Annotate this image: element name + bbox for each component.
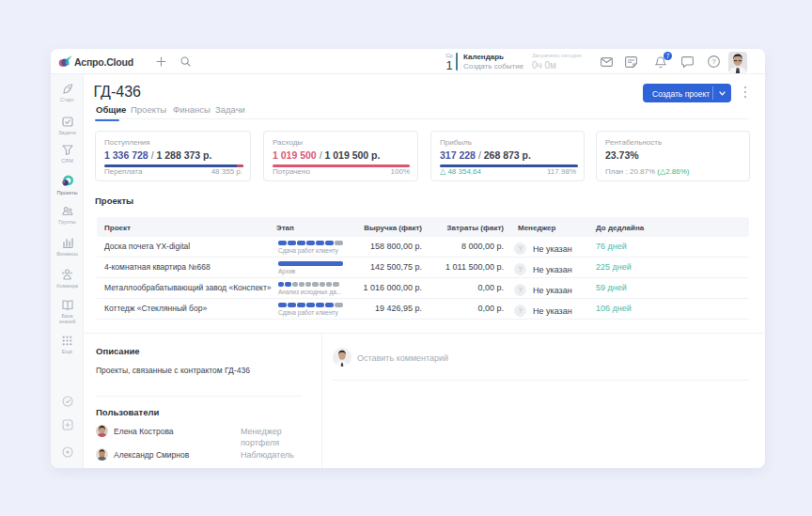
svg-text:?: ? <box>711 57 716 66</box>
